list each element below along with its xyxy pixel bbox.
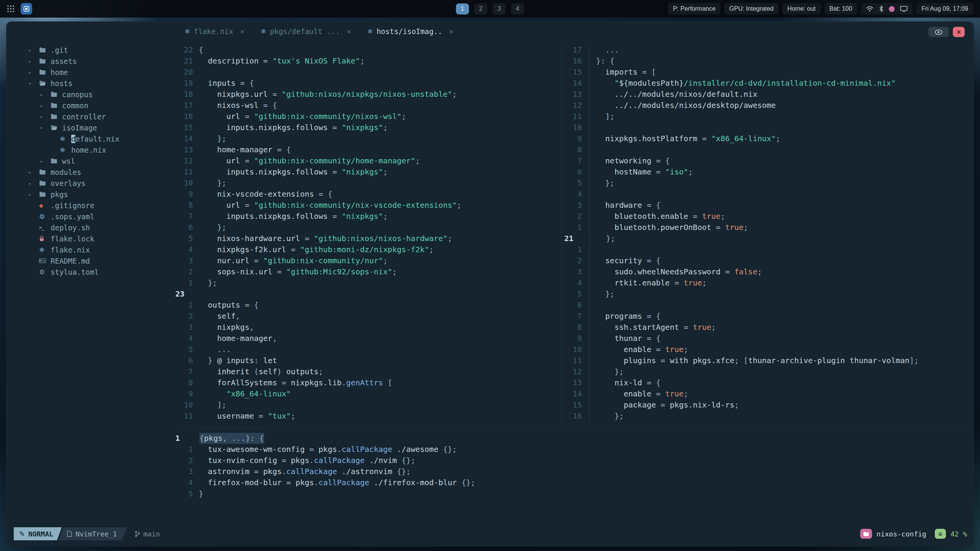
- code-text[interactable]: ssh.startAgent = true;: [596, 322, 716, 333]
- code-text[interactable]: networking = {: [596, 155, 670, 166]
- close-tab-icon[interactable]: ×: [240, 27, 244, 36]
- close-tab-icon[interactable]: ×: [347, 27, 351, 36]
- code-text[interactable]: };: [597, 233, 615, 244]
- code-text[interactable]: ../../modules/nixos/desktop/awesome: [596, 100, 776, 111]
- code-text[interactable]: ];: [596, 111, 614, 122]
- workspace-tag-1[interactable]: 1: [456, 3, 469, 15]
- code-text[interactable]: "x86_64-linux": [199, 388, 291, 399]
- code-text[interactable]: url = "github:nix-community/nix-vscode-e…: [199, 200, 461, 211]
- code-text[interactable]: nixos-wsl = {: [199, 100, 277, 111]
- code-text[interactable]: sops-nix.url = "github:Mic92/sops-nix";: [199, 266, 397, 277]
- tree-item-overlays[interactable]: ▸overlays: [6, 178, 175, 189]
- code-text[interactable]: }: {: [596, 55, 614, 67]
- code-text[interactable]: firefox-mod-blur = pkgs.callPackage ./fi…: [199, 477, 475, 488]
- code-text[interactable]: };: [199, 178, 226, 189]
- code-text[interactable]: nixpkgs-f2k.url = "github:moni-dz/nixpkg…: [199, 244, 434, 255]
- code-text[interactable]: {: [199, 44, 203, 55]
- code-text[interactable]: };: [596, 366, 624, 377]
- code-text[interactable]: "${modulesPath}/installer/cd-dvd/install…: [596, 78, 896, 89]
- code-text[interactable]: inputs.nixpkgs.follows = "nixpkgs";: [199, 122, 388, 133]
- tree-item-modules[interactable]: ▸modules: [6, 166, 175, 178]
- code-text[interactable]: security = {: [596, 255, 661, 266]
- code-text[interactable]: astronvim = pkgs.callPackage ./astronvim…: [199, 466, 411, 477]
- code-text[interactable]: nur.url = "github:nix-community/nur";: [199, 255, 388, 266]
- tree-item-hosts[interactable]: ▾hosts: [6, 78, 175, 89]
- close-tab-icon[interactable]: ×: [449, 27, 453, 36]
- code-text[interactable]: ...: [596, 44, 619, 55]
- tree-item-wsl[interactable]: ▸wsl: [6, 155, 175, 166]
- code-text[interactable]: plugins = with pkgs.xfce; [thunar-archiv…: [596, 355, 919, 366]
- code-text[interactable]: description = "tux's NixOS Flake";: [199, 55, 365, 67]
- code-text[interactable]: };: [596, 178, 614, 189]
- window-close-button[interactable]: ×: [953, 27, 965, 37]
- code-text[interactable]: };: [199, 133, 226, 144]
- focused-app-icon[interactable]: [21, 3, 32, 15]
- code-text[interactable]: imports = [: [596, 67, 656, 78]
- workspace-tag-4[interactable]: 4: [511, 3, 524, 15]
- code-text[interactable]: package = pkgs.nix-ld-rs;: [596, 399, 739, 411]
- tree-item-.sops.yaml[interactable]: ⚙.sops.yaml: [6, 211, 175, 222]
- code-text[interactable]: nixpkgs.url = "github:nixos/nixpkgs/nixo…: [199, 89, 457, 100]
- code-text[interactable]: hardware = {: [596, 200, 661, 211]
- display-icon[interactable]: [900, 6, 908, 12]
- code-text[interactable]: enable = true;: [596, 388, 688, 399]
- tree-item-home.nix[interactable]: ❄home.nix: [6, 144, 175, 155]
- code-text[interactable]: nixpkgs.hostPlatform = "x86_64-linux";: [596, 133, 781, 144]
- tree-item-assets[interactable]: ▸assets: [6, 55, 175, 67]
- app-launcher-icon[interactable]: [7, 5, 15, 13]
- tree-item-flake.lock[interactable]: flake.lock: [6, 233, 175, 244]
- code-text[interactable]: programs = {: [596, 311, 661, 322]
- code-text[interactable]: self,: [199, 311, 240, 322]
- tab-flake-nix[interactable]: ❄flake.nix×: [178, 21, 252, 41]
- magenta-dot-icon[interactable]: [889, 6, 895, 12]
- code-text[interactable]: rtkit.enable = true;: [596, 277, 707, 289]
- tab-hosts-isoImag-[interactable]: ❄hosts/isoImag..×: [360, 21, 460, 41]
- code-text[interactable]: };: [199, 222, 226, 233]
- code-text[interactable]: inputs.nixpkgs.follows = "nixpkgs";: [199, 166, 388, 178]
- code-text[interactable]: ...: [199, 344, 231, 355]
- tree-item-deploy.sh[interactable]: >_deploy.sh: [6, 222, 175, 233]
- code-text[interactable]: sudo.wheelNeedsPassword = false;: [596, 266, 762, 277]
- code-text[interactable]: };: [199, 277, 217, 289]
- tree-item-pkgs[interactable]: ▸pkgs: [6, 189, 175, 200]
- tree-item-.git[interactable]: ▸.git: [6, 44, 175, 55]
- code-text[interactable]: username = "tux";: [199, 411, 296, 422]
- code-text[interactable]: inherit (self) outputs;: [199, 366, 323, 377]
- code-text[interactable]: home-manager,: [199, 333, 277, 344]
- code-text[interactable]: nixos-hardware.url = "github:nixos/nixos…: [199, 233, 452, 244]
- network-icon[interactable]: [866, 6, 874, 12]
- code-text[interactable]: bluetooth.enable = true;: [596, 211, 725, 222]
- code-text[interactable]: };: [596, 411, 624, 422]
- code-text[interactable]: ../../modules/nixos/default.nix: [596, 89, 757, 100]
- code-text[interactable]: url = "github:nix-community/nixos-wsl";: [199, 111, 406, 122]
- code-text[interactable]: nixpkgs,: [199, 322, 254, 333]
- code-text[interactable]: tux-nvim-config = pkgs.callPackage ./nvi…: [199, 455, 415, 466]
- code-text[interactable]: };: [596, 289, 614, 300]
- code-text[interactable]: {pkgs, ...}: {: [199, 433, 264, 444]
- code-text[interactable]: nix-ld = {: [596, 377, 661, 388]
- code-text[interactable]: }: [199, 488, 203, 499]
- tree-item-controller[interactable]: ▸controller: [6, 111, 175, 122]
- code-text[interactable]: tux-awesome-wm-config = pkgs.callPackage…: [199, 444, 457, 455]
- code-text[interactable]: hostName = "iso";: [596, 166, 693, 178]
- tree-item-stylua.toml[interactable]: ⚙stylua.toml: [6, 266, 175, 277]
- tree-item-README.md[interactable]: README.md: [6, 255, 175, 266]
- tree-item-flake.nix[interactable]: ❄flake.nix: [6, 244, 175, 255]
- tree-item-.gitignore[interactable]: ◆.gitignore: [6, 200, 175, 211]
- code-text[interactable]: outputs = {: [199, 300, 259, 311]
- code-text[interactable]: nix-vscode-extensions = {: [199, 189, 332, 200]
- code-text[interactable]: } @ inputs: let: [199, 355, 277, 366]
- code-text[interactable]: enable = true;: [596, 344, 688, 355]
- tree-item-home[interactable]: ▸home: [6, 67, 175, 78]
- workspace-tag-2[interactable]: 2: [474, 3, 487, 15]
- code-text[interactable]: inputs = {: [199, 78, 254, 89]
- tree-item-canopus[interactable]: ▸canopus: [6, 89, 175, 100]
- code-text[interactable]: thunar = {: [596, 333, 661, 344]
- tab-pkgs-default-[interactable]: ❄pkgs/default ...×: [254, 21, 358, 41]
- clock[interactable]: Fri Aug 09, 17:09: [916, 3, 973, 15]
- workspace-tag-3[interactable]: 3: [493, 3, 506, 15]
- code-text[interactable]: url = "github:nix-community/home-manager…: [199, 155, 420, 166]
- code-text[interactable]: inputs.nixpkgs.follows = "nixpkgs";: [199, 211, 388, 222]
- code-text[interactable]: forAllSystems = nixpkgs.lib.genAttrs [: [199, 377, 392, 388]
- code-text[interactable]: ];: [199, 399, 226, 411]
